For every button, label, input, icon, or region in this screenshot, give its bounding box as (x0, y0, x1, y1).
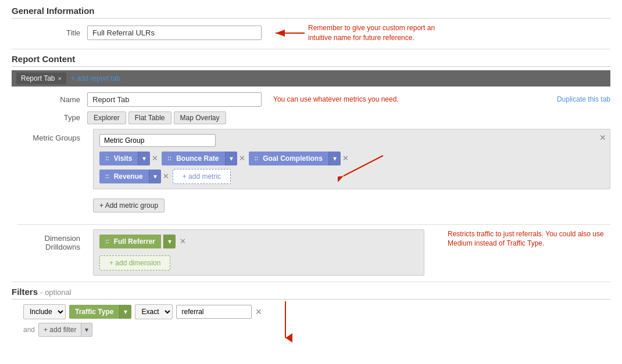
traffic-type-label: Traffic Type (75, 308, 113, 316)
add-filter-wrapper: + add filter ▾ (38, 323, 92, 337)
filter-value-input[interactable] (176, 305, 252, 319)
full-referrer-dropdown-arrow[interactable]: ▾ (163, 235, 176, 248)
duplicate-tab-link[interactable]: Duplicate this tab (557, 95, 610, 103)
visits-dropdown-arrow[interactable]: ▾ (138, 152, 150, 165)
metric-group-close-button[interactable]: ✕ (599, 133, 606, 142)
metric-groups-label: Metric Groups (17, 129, 87, 194)
add-filter-button[interactable]: + add filter (38, 323, 81, 337)
metric-groups-area: Metric Groups ✕ (17, 129, 610, 194)
filter-remove-button[interactable]: ✕ (255, 307, 262, 316)
explorer-button[interactable]: Explorer (87, 111, 126, 124)
type-buttons-group: Explorer Flat Table Map Overlay (87, 111, 226, 124)
tabs-bar: Report Tab × + add report tab (12, 70, 610, 87)
filters-section: Filters - optional Include Traffic Type … (12, 287, 610, 347)
type-row: Type Explorer Flat Table Map Overlay (17, 111, 610, 124)
goal-completions-metric: :: Goal Completions ▾ ✕ (249, 152, 349, 165)
svg-line-3 (344, 156, 383, 176)
metric-group-box: ✕ (93, 129, 610, 189)
title-label: Title (12, 28, 87, 37)
tab-close-button[interactable]: × (58, 75, 61, 82)
bounce-rate-label: Bounce Rate (176, 154, 219, 163)
revenue-label: Revenue (114, 172, 143, 181)
revenue-button[interactable]: :: Revenue (99, 170, 149, 183)
bounce-rate-button[interactable]: :: Bounce Rate (162, 152, 224, 165)
traffic-type-button[interactable]: Traffic Type (69, 305, 119, 319)
filters-optional-label: - optional (40, 288, 71, 297)
title-row: Title Remember to give your custom repor… (12, 23, 610, 43)
add-report-tab-link[interactable]: + add report tab (71, 74, 120, 82)
type-label: Type (17, 113, 87, 122)
tab-content: Name You can use whatever metrics you ne… (12, 92, 610, 276)
traffic-type-dropdown-arrow[interactable]: ▾ (119, 305, 131, 319)
full-referrer-button[interactable]: :: Full Referrer (99, 235, 161, 248)
tab-name-field-label: Name (17, 95, 87, 104)
visits-remove-button[interactable]: ✕ (152, 154, 158, 163)
add-metric-group-button[interactable]: + Add metric group (93, 199, 165, 212)
dimension-annotation-text: Restricts traffic to just referrals. You… (448, 229, 610, 249)
add-metric-button[interactable]: + add metric (173, 169, 231, 184)
filter-arrow-wrapper (274, 298, 309, 347)
title-input[interactable] (87, 26, 262, 40)
visits-metric: :: Visits ▾ ✕ (99, 152, 158, 165)
map-overlay-button[interactable]: Map Overlay (174, 111, 226, 124)
filters-title: Filters - optional (12, 287, 610, 300)
visits-label: Visits (114, 154, 133, 163)
add-filter-dropdown-arrow[interactable]: ▾ (81, 323, 92, 337)
full-referrer-label: Full Referrer (114, 237, 155, 246)
include-select[interactable]: Include (23, 304, 66, 319)
filters-label: Filters (12, 287, 38, 297)
filter-row: Include Traffic Type ▾ Exact ✕ (23, 304, 262, 319)
report-tab-item[interactable]: Report Tab × (16, 73, 66, 84)
visits-button[interactable]: :: Visits (99, 152, 138, 165)
full-referrer-row: :: Full Referrer ▾ ✕ (99, 235, 418, 248)
revenue-metric: :: Revenue ▾ ✕ (99, 170, 169, 183)
add-metric-group-row: + Add metric group (17, 199, 610, 218)
full-referrer-grid-icon: :: (105, 238, 109, 244)
metric-group-arrow-wrapper (338, 153, 384, 183)
visits-grid-icon: :: (105, 155, 109, 161)
exact-select[interactable]: Exact (135, 304, 173, 319)
add-dimension-button[interactable]: + add dimension (99, 255, 170, 271)
traffic-type-dropdown: Traffic Type ▾ (69, 305, 131, 319)
revenue-dropdown-arrow[interactable]: ▾ (149, 170, 161, 183)
goal-completions-label: Goal Completions (263, 154, 323, 163)
general-information-section: General Information Title Remember to gi… (12, 6, 610, 43)
goal-completions-grid-icon: :: (255, 155, 259, 161)
general-information-title: General Information (12, 6, 610, 19)
dimension-content: :: Full Referrer ▾ ✕ + add dimension (93, 229, 424, 276)
tab-name-label: Report Tab (21, 74, 55, 82)
bounce-rate-grid-icon: :: (167, 155, 171, 161)
flat-table-button[interactable]: Flat Table (128, 111, 171, 124)
full-referrer-remove-button[interactable]: ✕ (180, 237, 186, 246)
dimension-area: Dimension Drilldowns :: Full Referrer ▾ … (17, 229, 610, 276)
metric-group-arrow-icon (338, 153, 384, 182)
revenue-grid-icon: :: (105, 173, 109, 179)
report-content-section: Report Content Report Tab × + add report… (12, 54, 610, 276)
title-annotation: Remember to give your custom report an i… (308, 23, 436, 43)
bounce-rate-remove-button[interactable]: ✕ (239, 154, 245, 163)
title-annotation-wrapper: Remember to give your custom report an i… (271, 23, 436, 43)
tab-name-row: Name You can use whatever metrics you ne… (17, 92, 610, 107)
arrow-icon (271, 24, 306, 42)
metrics-annotation: You can use whatever metrics you need. (273, 95, 557, 103)
revenue-remove-button[interactable]: ✕ (163, 172, 169, 181)
metric-group-name-input[interactable] (99, 134, 216, 147)
filter-arrow-icon (274, 298, 309, 345)
bounce-rate-metric: :: Bounce Rate ▾ ✕ (162, 152, 245, 165)
bounce-rate-dropdown-arrow[interactable]: ▾ (225, 152, 237, 165)
dimension-annotation-wrapper: Restricts traffic to just referrals. You… (436, 229, 610, 276)
goal-completions-button[interactable]: :: Goal Completions (249, 152, 328, 165)
dimension-label: Dimension Drilldowns (17, 229, 87, 276)
filters-controls: Include Traffic Type ▾ Exact ✕ and + add… (12, 304, 262, 337)
and-label: and (23, 326, 35, 334)
report-content-title: Report Content (12, 54, 610, 67)
tab-name-input[interactable] (87, 92, 262, 107)
filters-body: Include Traffic Type ▾ Exact ✕ and + add… (12, 304, 610, 347)
metric-groups-content: ✕ (93, 129, 610, 194)
filter-and-row: and + add filter ▾ (23, 323, 262, 337)
